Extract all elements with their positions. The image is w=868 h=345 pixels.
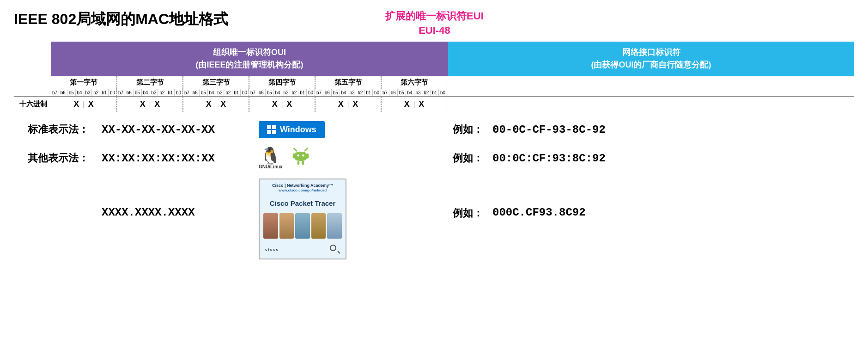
notation-format-1: XX-XX-XX-XX-XX-XX bbox=[102, 123, 240, 136]
byte-label-5: 第五字节 bbox=[315, 76, 381, 89]
mac-format-table: 组织唯一标识符OUI (由IEEE的注册管理机构分配) 网络接口标识符 (由获得… bbox=[14, 42, 854, 112]
bit-group-3: b7 b6 b5 b4 b3 b2 b1 b0 bbox=[183, 89, 249, 96]
byte-labels-row: 第一字节 第二字节 第三字节 第四字节 第五字节 第六字节 bbox=[51, 76, 854, 89]
example-value-3: 000C.CF93.8C92 bbox=[492, 179, 586, 219]
gnu-linux-label: GNU/Linux bbox=[259, 164, 283, 169]
svg-rect-8 bbox=[302, 161, 304, 165]
search-magnifier-icon bbox=[330, 245, 340, 255]
linux-penguin-icon: 🐧 bbox=[260, 148, 281, 164]
bit-labels-row: b7 b6 b5 b4 b3 b2 b1 b0 b7 b6 b5 b4 b3 b… bbox=[51, 89, 854, 96]
hex-values: X | X X | X X | X X | X X | X bbox=[51, 97, 854, 112]
windows-badge: Windows bbox=[259, 121, 325, 138]
example-label-2: 例如： bbox=[453, 151, 483, 165]
notation-icons-1: Windows bbox=[259, 121, 360, 138]
page-title: IEEE 802局域网的MAC地址格式 bbox=[14, 9, 228, 30]
windows-label: Windows bbox=[280, 125, 316, 135]
hex-cell-2: X | X bbox=[117, 97, 183, 112]
cisco-main-title: Cisco Packet Tracer bbox=[270, 199, 336, 207]
oui-header: 组织唯一标识符OUI (由IEEE的注册管理机构分配) bbox=[51, 42, 448, 76]
android-icon bbox=[292, 148, 310, 169]
notation-row-1: 标准表示法： XX-XX-XX-XX-XX-XX Windows 例如： 00-… bbox=[28, 121, 854, 138]
byte-label-6: 第六字节 bbox=[381, 76, 447, 89]
bit-group-2: b7 b6 b5 b4 b3 b2 b1 b0 bbox=[117, 89, 183, 96]
hex-cell-1: X | X bbox=[51, 97, 117, 112]
example-label-1: 例如： bbox=[453, 123, 483, 136]
bit-group-1: b7 b6 b5 b4 b3 b2 b1 b0 bbox=[51, 89, 117, 96]
byte-label-4: 第四字节 bbox=[249, 76, 315, 89]
example-label-3: 例如： bbox=[453, 179, 483, 220]
notation-label-1: 标准表示法： bbox=[28, 123, 102, 136]
notation-row-2: 其他表示法： XX:XX:XX:XX:XX:XX 🐧 GNU/Linux bbox=[28, 148, 854, 169]
cisco-bottom-bar: cisco bbox=[263, 245, 342, 255]
byte-label-2: 第二字节 bbox=[117, 76, 183, 89]
hex-cell-6: X | X bbox=[381, 97, 447, 112]
svg-rect-6 bbox=[306, 154, 309, 159]
byte-label-3: 第三字节 bbox=[183, 76, 249, 89]
svg-rect-2 bbox=[294, 152, 307, 161]
windows-icon bbox=[267, 125, 276, 134]
notation-label-2: 其他表示法： bbox=[28, 151, 102, 165]
cisco-people-row bbox=[263, 213, 342, 239]
example-value-1: 00-0C-CF-93-8C-92 bbox=[492, 123, 606, 136]
svg-line-0 bbox=[294, 148, 296, 151]
hex-cell-3: X | X bbox=[183, 97, 249, 112]
bit-group-5: b7 b6 b5 b4 b3 b2 b1 b0 bbox=[315, 89, 381, 96]
hex-row: 十六进制 X | X X | X X | X X | X bbox=[14, 96, 854, 112]
notation-icons-2: 🐧 GNU/Linux bbox=[259, 148, 360, 169]
notation-row-3: XXXX.XXXX.XXXX Cisco | Networking Academ… bbox=[28, 179, 854, 259]
cisco-top-text: Cisco | Networking Academy™ www.cisco.co… bbox=[272, 183, 333, 193]
notation-icons-3: Cisco | Networking Academy™ www.cisco.co… bbox=[259, 179, 360, 259]
section-headers: 组织唯一标识符OUI (由IEEE的注册管理机构分配) 网络接口标识符 (由获得… bbox=[51, 42, 854, 76]
example-value-2: 00:0C:CF:93:8C:92 bbox=[492, 152, 606, 165]
notation-format-3: XXXX.XXXX.XXXX bbox=[102, 179, 240, 219]
hex-cell-5: X | X bbox=[315, 97, 381, 112]
nic-header: 网络接口标识符 (由获得OUI的厂商自行随意分配) bbox=[448, 42, 854, 76]
linux-icon-wrapper: 🐧 GNU/Linux bbox=[259, 148, 283, 169]
hex-cell-4: X | X bbox=[249, 97, 315, 112]
notation-format-2: XX:XX:XX:XX:XX:XX bbox=[102, 152, 240, 165]
hex-label: 十六进制 bbox=[14, 100, 51, 109]
svg-rect-5 bbox=[292, 154, 295, 159]
svg-point-3 bbox=[297, 154, 299, 157]
svg-rect-7 bbox=[297, 161, 299, 165]
byte-label-1: 第一字节 bbox=[51, 76, 117, 89]
bit-group-4: b7 b6 b5 b4 b3 b2 b1 b0 bbox=[249, 89, 315, 96]
eui-label: 扩展的唯一标识符EUI EUI-48 bbox=[385, 9, 484, 38]
svg-point-4 bbox=[302, 154, 304, 157]
bit-group-6: b7 b6 b5 b4 b3 b2 b1 b0 bbox=[381, 89, 447, 96]
svg-line-1 bbox=[305, 148, 307, 151]
cisco-packet-tracer-image: Cisco | Networking Academy™ www.cisco.co… bbox=[259, 179, 346, 259]
notation-section: 标准表示法： XX-XX-XX-XX-XX-XX Windows 例如： 00-… bbox=[14, 121, 854, 259]
